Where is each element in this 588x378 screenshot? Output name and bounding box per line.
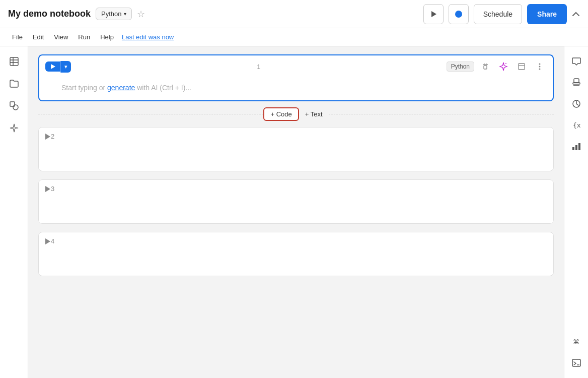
- share-button[interactable]: Share: [527, 4, 567, 24]
- sidebar-right-chat[interactable]: [567, 52, 585, 71]
- cell-1-body[interactable]: Start typing or generate with AI (Ctrl +…: [39, 78, 553, 100]
- svg-marker-19: [45, 186, 50, 192]
- add-cell-line-left: [38, 114, 263, 114]
- svg-rect-13: [519, 64, 525, 70]
- cell-3-header-left: [45, 186, 51, 192]
- add-cell-line-right: [329, 114, 554, 114]
- menu-view[interactable]: View: [50, 31, 72, 43]
- menubar: File Edit View Run Help Last edit was no…: [0, 28, 588, 46]
- cell-2-run-button[interactable]: [45, 134, 51, 140]
- notebook-scroll[interactable]: ▾ 1 Python: [28, 46, 564, 378]
- cell-1-run-split: ▾: [45, 61, 71, 73]
- sparkle-icon: [9, 123, 19, 133]
- collapse-button[interactable]: [572, 10, 580, 18]
- svg-rect-8: [484, 66, 487, 69]
- terminal-icon: [571, 358, 581, 368]
- chevron-up-icon: [572, 10, 580, 18]
- notebook-title: My demo notebook: [8, 9, 91, 19]
- keyboard-shortcuts-icon: ⌘: [571, 337, 581, 347]
- svg-rect-21: [574, 79, 579, 83]
- sidebar-right-terminal[interactable]: [567, 354, 585, 372]
- svg-rect-30: [572, 359, 580, 366]
- table-icon: [9, 56, 19, 67]
- kernel-selector[interactable]: Python ▾: [96, 8, 131, 20]
- svg-rect-1: [10, 57, 18, 66]
- add-text-button[interactable]: + Text: [299, 108, 329, 120]
- star-button[interactable]: ☆: [137, 9, 145, 20]
- expand-icon: [518, 62, 526, 71]
- right-sidebar: {x} ⌘: [564, 46, 588, 378]
- play-icon: [50, 64, 55, 69]
- menu-edit[interactable]: Edit: [29, 31, 48, 43]
- left-sidebar: [0, 46, 28, 378]
- cell-2-body[interactable]: [39, 146, 553, 171]
- right-sidebar-bottom: ⌘: [567, 333, 585, 372]
- run-button[interactable]: [423, 4, 444, 24]
- cell-4-body[interactable]: [39, 250, 553, 276]
- cell-4: 4: [38, 232, 554, 276]
- kernel-name: Python: [101, 10, 121, 18]
- cell-3-body[interactable]: [39, 198, 553, 223]
- cell-1-run-button[interactable]: [45, 61, 60, 72]
- sidebar-item-folder[interactable]: [5, 75, 23, 93]
- cell-1-expand-button[interactable]: [514, 59, 529, 74]
- svg-text:{x}: {x}: [573, 121, 581, 129]
- cell-1: ▾ 1 Python: [38, 54, 554, 101]
- cell-1-header-right: Python: [447, 59, 547, 74]
- svg-marker-20: [45, 238, 50, 244]
- schedule-button[interactable]: Schedule: [474, 4, 522, 24]
- play-icon: [45, 186, 51, 192]
- cell-1-number: 1: [257, 63, 260, 71]
- svg-text:⌘: ⌘: [573, 338, 579, 346]
- menu-run[interactable]: Run: [74, 31, 94, 43]
- cell-2-number: 2: [51, 133, 54, 140]
- cell-4-header-left: [45, 238, 51, 244]
- more-icon: [536, 62, 544, 71]
- play-icon: [430, 11, 437, 18]
- cell-2: 2: [38, 127, 554, 171]
- cell-4-run-button[interactable]: [45, 238, 51, 244]
- cell-3-number: 3: [51, 185, 54, 193]
- svg-marker-0: [431, 11, 436, 17]
- svg-rect-27: [575, 145, 577, 150]
- menu-help[interactable]: Help: [96, 31, 118, 43]
- kernel-status-button[interactable]: [449, 4, 469, 24]
- chart-icon: [571, 141, 581, 151]
- svg-point-12: [505, 63, 506, 64]
- cell-1-kernel-tag: Python: [447, 61, 474, 72]
- topbar-right: Schedule Share: [423, 4, 580, 24]
- menu-file[interactable]: File: [8, 31, 27, 43]
- topbar: My demo notebook Python ▾ ☆ Schedule Sha…: [0, 0, 588, 28]
- svg-point-5: [13, 105, 18, 110]
- cell-1-placeholder: Start typing or generate with AI (Ctrl +…: [61, 84, 191, 92]
- history-icon: [571, 99, 581, 109]
- sidebar-right-history[interactable]: [567, 95, 585, 113]
- notebook-area: ▾ 1 Python: [28, 46, 564, 378]
- sidebar-right-variables[interactable]: {x}: [567, 116, 585, 134]
- last-edit-label[interactable]: Last edit was now: [122, 33, 174, 41]
- variables-icon: {x}: [571, 120, 581, 130]
- cell-1-ai-button[interactable]: [496, 59, 510, 74]
- svg-rect-28: [578, 143, 580, 150]
- cell-3-run-button[interactable]: [45, 186, 51, 192]
- cell-2-header-left: [45, 134, 51, 140]
- svg-point-15: [539, 64, 541, 65]
- cell-4-number: 4: [51, 237, 54, 245]
- cell-1-run-dropdown[interactable]: ▾: [60, 61, 71, 73]
- cell-1-delete-button[interactable]: [478, 59, 492, 74]
- sidebar-right-keyboard[interactable]: ⌘: [567, 333, 585, 351]
- add-code-button[interactable]: + Code: [263, 107, 299, 121]
- sidebar-item-ai[interactable]: [5, 119, 23, 137]
- shapes-icon: [9, 101, 19, 111]
- generate-link[interactable]: generate: [107, 84, 135, 92]
- cell-4-header: 4: [39, 232, 553, 250]
- sidebar-item-shapes[interactable]: [5, 97, 23, 115]
- cell-1-more-button[interactable]: [533, 59, 547, 74]
- add-cell-row: + Code + Text: [38, 107, 554, 121]
- chevron-down-icon: ▾: [124, 11, 126, 17]
- sidebar-right-chart[interactable]: [567, 137, 585, 155]
- folder-icon: [9, 79, 19, 89]
- sidebar-item-table[interactable]: [5, 52, 23, 71]
- svg-marker-7: [51, 64, 55, 69]
- sidebar-right-stamp[interactable]: [567, 74, 585, 92]
